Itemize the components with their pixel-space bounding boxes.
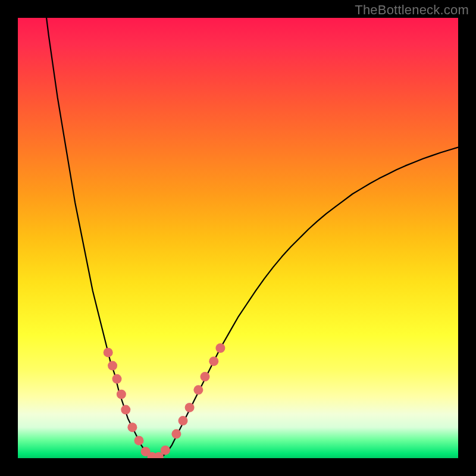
highlight-dot: [104, 347, 113, 357]
highlight-dot: [201, 372, 210, 381]
bottleneck-curve: [46, 18, 458, 458]
highlight-dot: [112, 374, 122, 384]
highlight-dot: [134, 436, 144, 445]
highlight-dot: [117, 390, 126, 399]
highlight-dot: [178, 416, 188, 425]
highlight-dot: [171, 429, 181, 439]
highlight-dot: [215, 343, 225, 353]
highlight-dot: [193, 385, 203, 394]
plot-area: [18, 18, 458, 458]
highlight-dot: [161, 446, 170, 455]
highlight-dot: [185, 403, 195, 412]
highlight-dot: [121, 405, 130, 415]
attribution-label: TheBottleneck.com: [355, 2, 469, 18]
highlight-dot: [209, 356, 218, 366]
chart-frame: TheBottleneck.com: [0, 0, 476, 476]
highlight-dot: [127, 422, 137, 432]
curve-layer: [18, 18, 458, 458]
highlight-dot: [108, 361, 117, 371]
